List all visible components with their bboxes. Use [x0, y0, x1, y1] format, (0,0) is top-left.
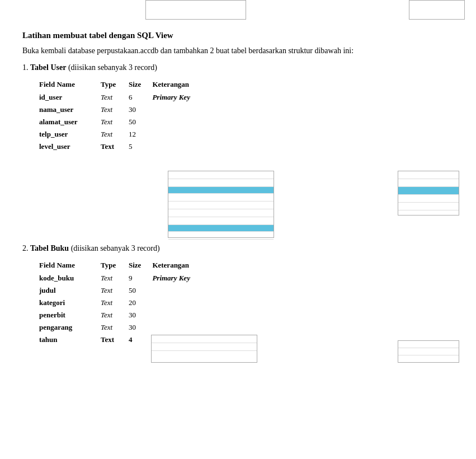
- deco-row: [168, 179, 274, 187]
- col-keterangan2: Keterangan: [152, 259, 208, 272]
- deco-row: [168, 171, 274, 179]
- size-pengarang: 30: [129, 321, 152, 334]
- deco-row: [168, 194, 274, 202]
- deco-row-highlight: [398, 187, 459, 195]
- page-container: Latihan membuat tabel dengan SQL View Bu…: [0, 0, 476, 459]
- deco-row: [168, 202, 274, 209]
- type-kode-buku: Text: [101, 272, 129, 284]
- deco-row: [152, 351, 257, 359]
- size-telp-user: 12: [129, 128, 152, 140]
- ket-nama-user: [152, 104, 208, 116]
- deco-row: [152, 335, 257, 343]
- bottom-deco-box-right: [398, 340, 459, 363]
- col-field-name2: Field Name: [39, 259, 101, 272]
- table-row: pengarang Text 30: [39, 321, 208, 334]
- ket-telp-user: [152, 128, 208, 140]
- type-nama-user: Text: [101, 104, 129, 116]
- table1-header-row: Field Name Type Size Keterangan: [39, 78, 208, 91]
- deco-row: [168, 209, 274, 217]
- table-row: nama_user Text 30: [39, 104, 208, 116]
- main-content: Latihan membuat tabel dengan SQL View Bu…: [17, 6, 459, 346]
- ket-pengarang: [152, 321, 208, 334]
- size-tahun: 4: [129, 334, 152, 346]
- table2-heading: 2. Tabel Buku (diisikan sebanyak 3 recor…: [22, 242, 459, 254]
- table2-number: 2.: [22, 244, 29, 252]
- table2: Field Name Type Size Keterangan kode_buk…: [39, 259, 208, 346]
- right-deco-table1: [398, 171, 459, 216]
- deco-row-highlight: [168, 187, 274, 194]
- table-row: telp_user Text 12: [39, 128, 208, 140]
- deco-row: [398, 195, 459, 203]
- field-penerbit: penerbit: [39, 309, 101, 321]
- table-row: penerbit Text 30: [39, 309, 208, 321]
- col-size2: Size: [129, 259, 152, 272]
- size-id-user: 6: [129, 91, 152, 104]
- size-alamat-user: 50: [129, 116, 152, 128]
- deco-row: [398, 171, 459, 179]
- ket-level-user: [152, 140, 208, 153]
- top-deco-box-left: [145, 0, 246, 20]
- table1-desc: (diisikan sebanyak 3 record): [68, 63, 157, 72]
- deco-row-highlight: [168, 225, 274, 232]
- table-row: alamat_user Text 50: [39, 116, 208, 128]
- type-level-user: Text: [101, 140, 129, 153]
- ket-judul: [152, 284, 208, 297]
- size-penerbit: 30: [129, 309, 152, 321]
- type-kategori: Text: [101, 297, 129, 309]
- deco-row: [152, 343, 257, 351]
- table2-name: Tabel Buku: [30, 244, 69, 252]
- size-nama-user: 30: [129, 104, 152, 116]
- ket-kategori: [152, 297, 208, 309]
- section-title: Latihan membuat tabel dengan SQL View: [22, 31, 459, 40]
- intro-text: Buka kembali database perpustakaan.accdb…: [22, 45, 459, 57]
- field-level-user: level_user: [39, 140, 101, 153]
- ket-kode-buku: Primary Key: [152, 272, 208, 284]
- ket-id-user: Primary Key: [152, 91, 208, 104]
- table-row: kategori Text 20: [39, 297, 208, 309]
- right-deco-box: [398, 171, 459, 216]
- deco-row: [168, 232, 274, 240]
- type-alamat-user: Text: [101, 116, 129, 128]
- type-telp-user: Text: [101, 128, 129, 140]
- center-deco-box: [168, 171, 274, 238]
- deco-row: [398, 203, 459, 210]
- field-pengarang: pengarang: [39, 321, 101, 334]
- col-type2: Type: [101, 259, 129, 272]
- col-size: Size: [129, 78, 152, 91]
- deco-row: [398, 348, 459, 355]
- ket-penerbit: [152, 309, 208, 321]
- field-alamat-user: alamat_user: [39, 116, 101, 128]
- field-nama-user: nama_user: [39, 104, 101, 116]
- table-row: id_user Text 6 Primary Key: [39, 91, 208, 104]
- col-type: Type: [101, 78, 129, 91]
- top-deco-box-right: [409, 0, 465, 20]
- field-tahun: tahun: [39, 334, 101, 346]
- field-telp-user: telp_user: [39, 128, 101, 140]
- table2-desc: (diisikan sebanyak 3 record): [71, 244, 160, 252]
- table-row: judul Text 50: [39, 284, 208, 297]
- field-kode-buku: kode_buku: [39, 272, 101, 284]
- type-tahun: Text: [101, 334, 129, 346]
- table-row: level_user Text 5: [39, 140, 208, 153]
- type-id-user: Text: [101, 91, 129, 104]
- type-pengarang: Text: [101, 321, 129, 334]
- size-judul: 50: [129, 284, 152, 297]
- center-deco-table1: [168, 171, 274, 238]
- col-field-name: Field Name: [39, 78, 101, 91]
- type-penerbit: Text: [101, 309, 129, 321]
- field-judul: judul: [39, 284, 101, 297]
- size-kategori: 20: [129, 297, 152, 309]
- field-kategori: kategori: [39, 297, 101, 309]
- type-judul: Text: [101, 284, 129, 297]
- size-level-user: 5: [129, 140, 152, 153]
- deco-row: [398, 355, 459, 363]
- table1-number: 1.: [22, 63, 29, 72]
- table1-heading: 1. Tabel User (diisikan sebanyak 3 recor…: [22, 62, 459, 73]
- table1-section: 1. Tabel User (diisikan sebanyak 3 recor…: [22, 62, 459, 153]
- bottom-right-deco: [398, 340, 459, 363]
- table1: Field Name Type Size Keterangan id_user …: [39, 78, 208, 153]
- bottom-center-deco: [151, 335, 257, 363]
- table2-section: 2. Tabel Buku (diisikan sebanyak 3 recor…: [22, 242, 459, 346]
- size-kode-buku: 9: [129, 272, 152, 284]
- field-id-user: id_user: [39, 91, 101, 104]
